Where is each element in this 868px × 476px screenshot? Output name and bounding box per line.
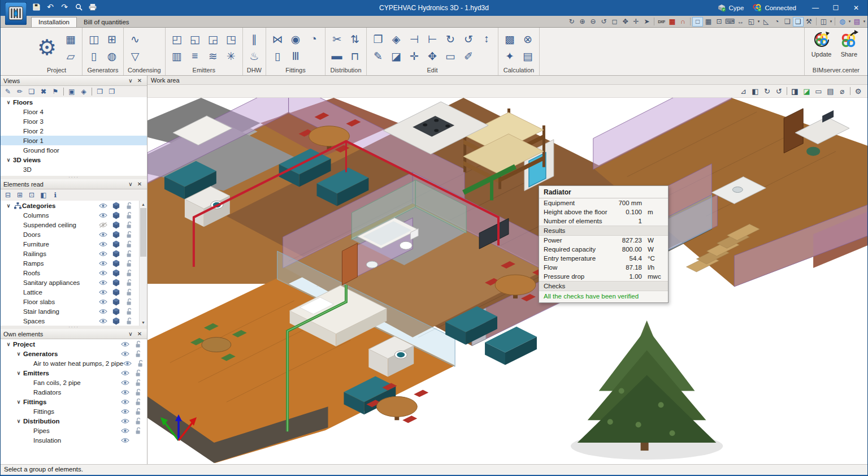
tree-item-fan-coils-2-pipe[interactable]: Fan coils, 2 pipe xyxy=(1,378,147,387)
underfloor-heating-icon[interactable]: ≋ xyxy=(205,48,222,64)
tree-item-lattice[interactable]: Lattice xyxy=(1,287,147,297)
pump-icon[interactable]: ◉ xyxy=(287,31,304,47)
tree-item-floor-1[interactable]: Floor 1 xyxy=(1,136,147,145)
chevron-down-icon[interactable]: ∨ xyxy=(4,341,13,347)
tree-item-ramps[interactable]: Ramps xyxy=(1,258,147,268)
set-square-icon[interactable]: ◺ xyxy=(761,17,771,27)
join-left-icon[interactable]: ⊣ xyxy=(406,31,423,47)
grid-icon[interactable]: ▦ xyxy=(703,17,714,27)
riser-icon[interactable]: ⇅ xyxy=(346,31,363,47)
cube-mode-icon[interactable]: ◧ xyxy=(38,191,49,200)
tree-item-generators[interactable]: ∨Generators xyxy=(1,349,147,358)
cube-icon[interactable] xyxy=(112,269,120,277)
fancoil-duct-icon[interactable]: ◳ xyxy=(223,31,240,47)
lock-open-icon[interactable] xyxy=(125,307,133,315)
valve-icon[interactable]: ⋈ xyxy=(269,31,286,47)
tree-item-floors[interactable]: ∨Floors xyxy=(1,97,147,107)
cube-icon[interactable] xyxy=(112,201,120,210)
move-node-icon[interactable]: ✛ xyxy=(406,48,423,64)
tools-icon[interactable]: ⚒ xyxy=(804,17,814,27)
gauge-icon[interactable]: ◔ xyxy=(305,31,322,47)
new-view-icon[interactable]: ✎ xyxy=(2,87,14,97)
lock-open-icon[interactable] xyxy=(125,259,133,267)
camera-icon[interactable]: ▣ xyxy=(66,87,77,97)
eye-icon[interactable] xyxy=(121,397,129,406)
section-plane-icon[interactable]: ◪ xyxy=(801,86,813,96)
zoom-all-icon[interactable]: ⊕ xyxy=(577,17,588,27)
close-panel-icon[interactable]: ✕ xyxy=(135,77,144,84)
cube-icon[interactable] xyxy=(112,211,120,219)
tab-bill-of-quantities[interactable]: Bill of quantities xyxy=(77,18,136,27)
open-view-icon[interactable]: ❒ xyxy=(94,87,106,97)
wand-icon[interactable]: ✦ xyxy=(501,48,518,64)
app-icon[interactable] xyxy=(5,2,27,25)
gear-icon[interactable]: ⚙ xyxy=(34,34,60,60)
thermo-coil-icon[interactable]: ∿ xyxy=(127,31,144,47)
cooling-tower-icon[interactable]: ▽ xyxy=(127,48,144,64)
eye-icon[interactable] xyxy=(99,249,107,258)
tree-item-ground-floor[interactable]: Ground floor xyxy=(1,145,147,155)
lock-open-icon[interactable] xyxy=(125,211,133,219)
eye-icon[interactable] xyxy=(121,417,129,425)
connected-status-button[interactable]: Connected xyxy=(753,4,796,12)
camera-add-icon[interactable]: ◈ xyxy=(78,87,89,97)
view-visibility-icon[interactable]: ⚑ xyxy=(50,87,61,97)
chevron-down-icon[interactable]: ∨ xyxy=(4,157,13,163)
eye-icon[interactable] xyxy=(99,211,107,219)
tree-item-fittings[interactable]: ∨Fittings xyxy=(1,397,147,406)
eraser-icon[interactable]: ◪ xyxy=(388,48,405,64)
chevron-down-icon[interactable]: ∨ xyxy=(14,418,23,424)
move-view-icon[interactable]: ✛ xyxy=(631,17,641,27)
dxf-template-icon[interactable]: DXF xyxy=(656,17,667,27)
panel-emitter-icon[interactable]: ≡ xyxy=(186,48,203,64)
tree-item-railings[interactable]: Railings xyxy=(1,249,147,258)
calculator-icon[interactable]: ▩ xyxy=(501,31,518,47)
tree-expand-icon[interactable]: ⊞ xyxy=(14,191,25,200)
rotate-node-icon[interactable]: ↻ xyxy=(442,31,459,47)
tree-item-insulation[interactable]: Insulation xyxy=(1,435,147,445)
lock-open-icon[interactable] xyxy=(134,388,142,396)
lock-open-icon[interactable] xyxy=(125,288,133,296)
close-panel-icon[interactable]: ✕ xyxy=(135,331,144,337)
cube-icon[interactable] xyxy=(112,307,120,315)
eye-icon[interactable] xyxy=(99,240,107,248)
eye-icon[interactable] xyxy=(121,340,129,348)
zoom-window-icon[interactable]: ◻ xyxy=(609,17,620,27)
chevron-down-icon[interactable]: ∨ xyxy=(4,99,13,105)
eye-icon[interactable] xyxy=(99,307,107,315)
eye-icon[interactable] xyxy=(121,407,129,416)
cube-icon[interactable] xyxy=(112,220,120,229)
ortho-mode-icon[interactable]: □ xyxy=(692,17,703,27)
buffer-tank-icon[interactable]: ◍ xyxy=(103,48,120,64)
snap-point-icon[interactable]: ⊡ xyxy=(714,17,724,27)
update-button[interactable]: Update xyxy=(811,30,831,66)
eye-icon[interactable] xyxy=(99,230,107,239)
lock-open-icon[interactable] xyxy=(125,230,133,239)
cube-icon[interactable] xyxy=(112,288,120,296)
tree-item-3d-views[interactable]: ∨3D views xyxy=(1,155,147,165)
move-icon[interactable]: ✥ xyxy=(424,48,441,64)
collector-icon[interactable]: ⊓ xyxy=(346,48,363,64)
tree-item-roofs[interactable]: Roofs xyxy=(1,268,147,278)
help-book-icon[interactable]: ▤ xyxy=(852,17,862,27)
3d-viewport[interactable]: Radiator Equipment700 mmHeight above the… xyxy=(147,98,867,464)
tree-item-radiators[interactable]: Radiators xyxy=(1,387,147,397)
lock-open-icon[interactable] xyxy=(134,349,142,358)
cype-account-button[interactable]: Cype xyxy=(717,4,744,12)
lock-open-icon[interactable] xyxy=(125,240,133,248)
water-heater-icon[interactable]: ♨ xyxy=(246,48,263,64)
brush-icon[interactable]: ✐ xyxy=(460,48,477,64)
close-panel-icon[interactable]: ✕ xyxy=(135,181,144,187)
crop-region-icon[interactable]: ◱ xyxy=(746,17,757,27)
chevron-down-icon[interactable]: ▾ xyxy=(862,19,866,24)
lock-open-icon[interactable] xyxy=(134,426,142,435)
eye-icon[interactable] xyxy=(121,349,129,358)
eye-icon[interactable] xyxy=(121,378,129,387)
axes-triad-icon[interactable]: ⊿ xyxy=(737,86,749,96)
eye-icon[interactable] xyxy=(99,259,107,267)
dimension-style-icon[interactable]: ▭ xyxy=(813,86,824,96)
eye-off-icon[interactable] xyxy=(99,220,107,229)
edit-view-icon[interactable]: ✏ xyxy=(14,87,25,97)
eye-icon[interactable] xyxy=(121,436,129,444)
lock-open-icon[interactable] xyxy=(125,249,133,258)
